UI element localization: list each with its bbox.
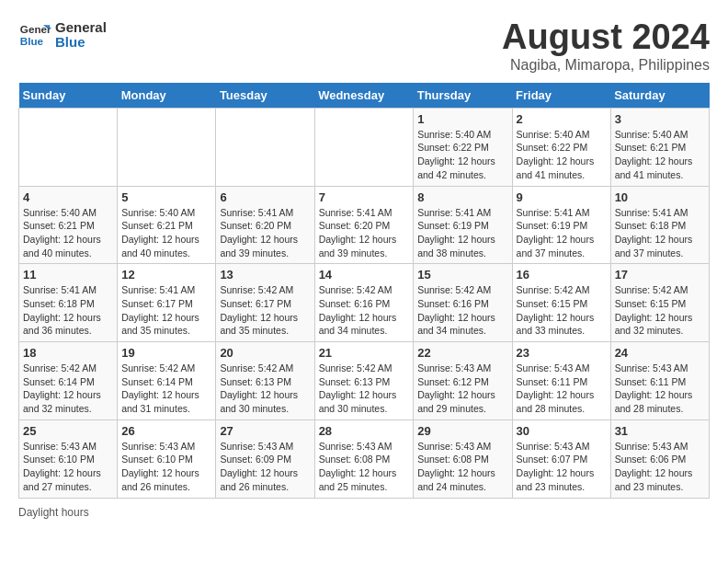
day-cell: 11Sunrise: 5:41 AM Sunset: 6:18 PM Dayli… <box>19 264 118 342</box>
day-cell: 13Sunrise: 5:42 AM Sunset: 6:17 PM Dayli… <box>216 264 314 342</box>
header-cell-monday: Monday <box>118 83 216 109</box>
day-info: Sunrise: 5:41 AM Sunset: 6:18 PM Dayligh… <box>23 283 113 338</box>
header-cell-friday: Friday <box>512 83 610 109</box>
day-info: Sunrise: 5:42 AM Sunset: 6:16 PM Dayligh… <box>319 283 410 338</box>
day-info: Sunrise: 5:42 AM Sunset: 6:15 PM Dayligh… <box>615 283 705 338</box>
logo-line1: General <box>55 20 107 36</box>
day-info: Sunrise: 5:41 AM Sunset: 6:20 PM Dayligh… <box>220 206 310 260</box>
day-cell: 21Sunrise: 5:42 AM Sunset: 6:13 PM Dayli… <box>314 342 414 420</box>
day-cell: 29Sunrise: 5:43 AM Sunset: 6:08 PM Dayli… <box>414 419 512 498</box>
day-info: Sunrise: 5:40 AM Sunset: 6:22 PM Dayligh… <box>517 128 607 182</box>
day-number: 14 <box>319 268 410 282</box>
day-cell: 9Sunrise: 5:41 AM Sunset: 6:19 PM Daylig… <box>512 186 610 264</box>
day-info: Sunrise: 5:40 AM Sunset: 6:22 PM Dayligh… <box>417 128 507 182</box>
day-cell: 1Sunrise: 5:40 AM Sunset: 6:22 PM Daylig… <box>414 108 512 186</box>
day-info: Sunrise: 5:42 AM Sunset: 6:15 PM Dayligh… <box>517 283 607 338</box>
header: General Blue General Blue August 2024 Na… <box>18 18 710 74</box>
day-number: 22 <box>417 346 507 360</box>
day-number: 19 <box>121 346 211 360</box>
day-cell: 24Sunrise: 5:43 AM Sunset: 6:11 PM Dayli… <box>610 342 709 420</box>
day-number: 2 <box>517 112 607 126</box>
day-info: Sunrise: 5:41 AM Sunset: 6:19 PM Dayligh… <box>417 206 507 260</box>
day-number: 24 <box>615 346 705 360</box>
day-cell: 3Sunrise: 5:40 AM Sunset: 6:21 PM Daylig… <box>610 108 709 186</box>
day-number: 30 <box>517 424 607 438</box>
day-cell: 23Sunrise: 5:43 AM Sunset: 6:11 PM Dayli… <box>512 342 610 420</box>
day-cell: 6Sunrise: 5:41 AM Sunset: 6:20 PM Daylig… <box>216 186 314 264</box>
day-cell <box>314 108 414 186</box>
day-info: Sunrise: 5:42 AM Sunset: 6:16 PM Dayligh… <box>417 283 507 338</box>
day-number: 5 <box>121 190 211 204</box>
footer-note: Daylight hours <box>18 506 710 519</box>
header-cell-wednesday: Wednesday <box>314 83 414 109</box>
header-row: SundayMondayTuesdayWednesdayThursdayFrid… <box>19 83 710 109</box>
day-info: Sunrise: 5:41 AM Sunset: 6:20 PM Dayligh… <box>319 206 410 260</box>
day-number: 25 <box>23 424 113 438</box>
logo-line2: Blue <box>55 35 107 51</box>
header-cell-thursday: Thursday <box>414 83 512 109</box>
day-info: Sunrise: 5:42 AM Sunset: 6:13 PM Dayligh… <box>319 362 410 416</box>
day-number: 8 <box>417 190 507 204</box>
day-cell: 20Sunrise: 5:42 AM Sunset: 6:13 PM Dayli… <box>216 342 314 420</box>
day-number: 13 <box>220 268 310 282</box>
week-row-3: 11Sunrise: 5:41 AM Sunset: 6:18 PM Dayli… <box>19 264 710 342</box>
day-info: Sunrise: 5:42 AM Sunset: 6:14 PM Dayligh… <box>121 362 211 416</box>
day-info: Sunrise: 5:43 AM Sunset: 6:06 PM Dayligh… <box>615 440 705 494</box>
day-info: Sunrise: 5:41 AM Sunset: 6:19 PM Dayligh… <box>517 206 607 260</box>
title-section: August 2024 Nagiba, Mimaropa, Philippine… <box>502 18 710 74</box>
day-number: 28 <box>319 424 410 438</box>
day-number: 31 <box>615 424 705 438</box>
day-cell: 12Sunrise: 5:41 AM Sunset: 6:17 PM Dayli… <box>118 264 216 342</box>
day-info: Sunrise: 5:43 AM Sunset: 6:12 PM Dayligh… <box>417 362 507 416</box>
header-cell-tuesday: Tuesday <box>216 83 314 109</box>
day-cell: 26Sunrise: 5:43 AM Sunset: 6:10 PM Dayli… <box>118 419 216 498</box>
calendar-title: August 2024 <box>502 18 710 57</box>
svg-text:Blue: Blue <box>20 35 44 47</box>
day-number: 7 <box>319 190 410 204</box>
day-cell: 25Sunrise: 5:43 AM Sunset: 6:10 PM Dayli… <box>19 419 118 498</box>
calendar-table: SundayMondayTuesdayWednesdayThursdayFrid… <box>18 83 710 499</box>
day-info: Sunrise: 5:43 AM Sunset: 6:11 PM Dayligh… <box>517 362 607 416</box>
day-number: 27 <box>220 424 310 438</box>
day-info: Sunrise: 5:40 AM Sunset: 6:21 PM Dayligh… <box>615 128 705 182</box>
logo-icon: General Blue <box>18 18 51 52</box>
day-number: 16 <box>517 268 607 282</box>
day-number: 18 <box>23 346 113 360</box>
day-number: 20 <box>220 346 310 360</box>
day-number: 4 <box>23 190 113 204</box>
day-cell: 31Sunrise: 5:43 AM Sunset: 6:06 PM Dayli… <box>610 419 709 498</box>
day-number: 1 <box>417 112 507 126</box>
day-cell <box>118 108 216 186</box>
day-info: Sunrise: 5:43 AM Sunset: 6:09 PM Dayligh… <box>220 440 310 494</box>
day-cell: 22Sunrise: 5:43 AM Sunset: 6:12 PM Dayli… <box>414 342 512 420</box>
day-cell: 14Sunrise: 5:42 AM Sunset: 6:16 PM Dayli… <box>314 264 414 342</box>
day-cell: 30Sunrise: 5:43 AM Sunset: 6:07 PM Dayli… <box>512 419 610 498</box>
day-number: 15 <box>417 268 507 282</box>
svg-text:General: General <box>20 23 51 35</box>
day-info: Sunrise: 5:40 AM Sunset: 6:21 PM Dayligh… <box>23 206 113 260</box>
day-number: 17 <box>615 268 705 282</box>
day-number: 26 <box>121 424 211 438</box>
day-cell: 27Sunrise: 5:43 AM Sunset: 6:09 PM Dayli… <box>216 419 314 498</box>
day-info: Sunrise: 5:43 AM Sunset: 6:11 PM Dayligh… <box>615 362 705 416</box>
header-cell-saturday: Saturday <box>610 83 709 109</box>
day-info: Sunrise: 5:43 AM Sunset: 6:08 PM Dayligh… <box>319 440 410 494</box>
day-cell: 18Sunrise: 5:42 AM Sunset: 6:14 PM Dayli… <box>19 342 118 420</box>
week-row-1: 1Sunrise: 5:40 AM Sunset: 6:22 PM Daylig… <box>19 108 710 186</box>
header-cell-sunday: Sunday <box>19 83 118 109</box>
calendar-body: 1Sunrise: 5:40 AM Sunset: 6:22 PM Daylig… <box>19 108 710 498</box>
day-cell: 17Sunrise: 5:42 AM Sunset: 6:15 PM Dayli… <box>610 264 709 342</box>
day-number: 11 <box>23 268 113 282</box>
day-info: Sunrise: 5:43 AM Sunset: 6:10 PM Dayligh… <box>121 440 211 494</box>
day-info: Sunrise: 5:42 AM Sunset: 6:13 PM Dayligh… <box>220 362 310 416</box>
day-cell <box>216 108 314 186</box>
day-number: 29 <box>417 424 507 438</box>
day-number: 3 <box>615 112 705 126</box>
week-row-2: 4Sunrise: 5:40 AM Sunset: 6:21 PM Daylig… <box>19 186 710 264</box>
day-info: Sunrise: 5:43 AM Sunset: 6:08 PM Dayligh… <box>417 440 507 494</box>
day-cell: 5Sunrise: 5:40 AM Sunset: 6:21 PM Daylig… <box>118 186 216 264</box>
day-number: 6 <box>220 190 310 204</box>
day-cell <box>19 108 118 186</box>
calendar-subtitle: Nagiba, Mimaropa, Philippines <box>502 57 710 74</box>
day-cell: 8Sunrise: 5:41 AM Sunset: 6:19 PM Daylig… <box>414 186 512 264</box>
